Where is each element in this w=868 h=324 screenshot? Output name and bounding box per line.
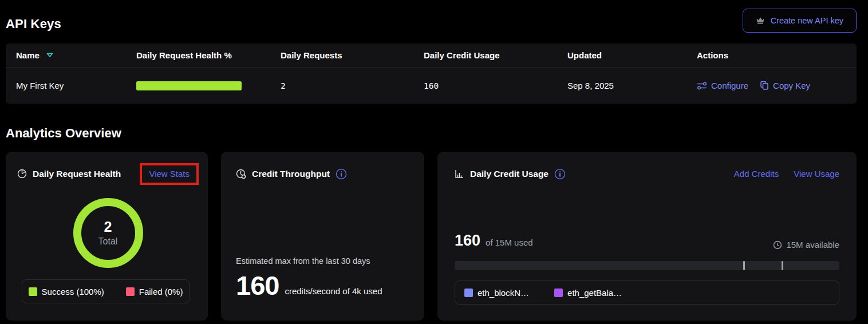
- credits-used-value: 160: [455, 232, 480, 250]
- card-credit-throughput: Credit Throughput Estimated max from the…: [221, 152, 424, 321]
- success-swatch: [29, 287, 37, 296]
- info-icon[interactable]: [336, 168, 347, 180]
- donut-chart-zone: 2 Total: [17, 187, 199, 279]
- column-header-credit-usage: Daily Credit Usage: [413, 50, 557, 60]
- table-header-row: Name Daily Request Health % Daily Reques…: [6, 44, 857, 68]
- key-name: My First Key: [6, 81, 126, 90]
- column-header-name[interactable]: Name: [6, 50, 126, 60]
- credits-available-label: 15M available: [786, 240, 839, 250]
- donut-total-value: 2: [104, 219, 112, 235]
- card-throughput-header: Credit Throughput: [236, 161, 409, 187]
- card-daily-credit-usage: Daily Credit Usage Add Credits View Usag…: [437, 152, 857, 321]
- health-bar: [136, 81, 242, 90]
- donut-total-label: Total: [98, 236, 118, 247]
- daily-requests-value: 2: [270, 81, 413, 90]
- card-usage-title: Daily Credit Usage: [470, 169, 549, 179]
- analytics-cards: Daily Request Health View Stats 2 Total …: [6, 152, 857, 321]
- credits-used-suffix: of 15M used: [486, 238, 533, 247]
- legend-item-success: Success (100%): [29, 287, 104, 297]
- column-header-actions: Actions: [686, 50, 857, 60]
- clock-icon: [773, 240, 782, 250]
- legend-item-eth-getbalance: eth_getBala…: [554, 288, 622, 298]
- legend-item-eth-blocknumber: eth_blockN…: [464, 288, 529, 298]
- view-usage-link[interactable]: View Usage: [794, 169, 839, 179]
- card-daily-request-health: Daily Request Health View Stats 2 Total …: [6, 152, 208, 321]
- crown-icon: [756, 17, 765, 25]
- gauge-icon: [236, 169, 246, 179]
- add-credits-link[interactable]: Add Credits: [734, 169, 779, 179]
- annotation-highlight: View Stats: [140, 163, 199, 185]
- card-usage-header: Daily Credit Usage Add Credits View Usag…: [455, 161, 839, 187]
- dashboard: API Keys Create new API key Name D: [0, 0, 868, 324]
- column-header-updated: Updated: [557, 50, 686, 60]
- card-health-header: Daily Request Health View Stats: [17, 161, 199, 187]
- health-bar-cell: [126, 81, 270, 90]
- actions-cell: Configure Copy Key: [686, 81, 857, 90]
- daily-credit-usage-value: 160: [413, 81, 557, 90]
- throughput-subtitle: Estimated max from the last 30 days: [236, 256, 409, 266]
- copy-icon: [760, 81, 769, 90]
- usage-summary-row: 160 of 15M used 15M available: [455, 232, 839, 250]
- failed-swatch: [126, 287, 135, 296]
- pie-chart-icon: [17, 169, 27, 179]
- updated-value: Sep 8, 2025: [557, 81, 686, 90]
- bar-chart-icon: [455, 169, 464, 179]
- progress-tick-2: [782, 261, 783, 270]
- card-throughput-title: Credit Throughput: [252, 169, 330, 179]
- card-health-title: Daily Request Health: [33, 169, 121, 179]
- credits-available: 15M available: [773, 240, 839, 250]
- create-api-key-button[interactable]: Create new API key: [743, 9, 857, 33]
- table-row: My First Key 2 160 Sep 8, 2025 Conf: [6, 68, 857, 104]
- sliders-icon: [697, 81, 707, 90]
- configure-button[interactable]: Configure: [697, 81, 748, 90]
- column-header-requests: Daily Requests: [270, 50, 413, 60]
- create-api-key-label: Create new API key: [771, 16, 843, 25]
- usage-progress-bar: [455, 261, 839, 270]
- throughput-suffix: credits/second of 4k used: [285, 286, 382, 298]
- eth-blocknumber-swatch: [464, 289, 473, 297]
- api-keys-table: Name Daily Request Health % Daily Reques…: [6, 44, 857, 104]
- throughput-value-row: 160 credits/second of 4k used: [236, 274, 409, 298]
- legend-item-failed: Failed (0%): [126, 287, 183, 297]
- eth-getbalance-swatch: [554, 289, 563, 297]
- usage-legend: eth_blockN… eth_getBala…: [455, 280, 839, 305]
- top-bar: API Keys Create new API key: [6, 9, 857, 33]
- progress-tick-1: [743, 261, 745, 270]
- donut-chart: 2 Total: [73, 198, 143, 268]
- health-bar-fill: [136, 81, 242, 90]
- column-header-health: Daily Request Health %: [126, 50, 270, 60]
- info-icon[interactable]: [554, 168, 566, 180]
- copy-key-button[interactable]: Copy Key: [760, 81, 810, 90]
- section-title: Analytics Overview: [6, 126, 857, 141]
- sort-chevron-icon[interactable]: [46, 53, 53, 58]
- page-title: API Keys: [6, 17, 61, 33]
- view-stats-link[interactable]: View Stats: [149, 169, 190, 179]
- throughput-value: 160: [236, 274, 279, 298]
- health-legend: Success (100%) Failed (0%): [22, 279, 190, 303]
